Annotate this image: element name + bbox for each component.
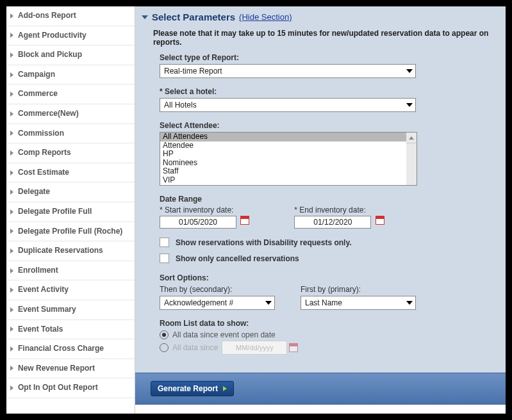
listbox-option[interactable]: Attendee	[160, 141, 417, 150]
calendar-icon[interactable]	[376, 216, 384, 225]
caret-right-icon	[10, 131, 13, 136]
hide-section-link[interactable]: (Hide Section)	[239, 12, 292, 22]
select-sort-secondary[interactable]: Acknowledgement #	[160, 296, 275, 310]
listbox-option[interactable]: HP	[160, 150, 417, 159]
sidebar-item-enrollment[interactable]: Enrollment	[6, 261, 135, 281]
caret-right-icon	[10, 111, 13, 117]
caret-right-icon	[10, 366, 13, 371]
label-end-date: * End inventory date:	[294, 206, 384, 214]
action-bar: Generate Report	[135, 373, 506, 405]
sidebar-item-label: Commerce	[18, 89, 58, 99]
input-end-date[interactable]: 01/12/2020	[294, 216, 371, 229]
chevron-down-icon	[406, 69, 413, 73]
sidebar-item-label: Agent Productivity	[18, 31, 87, 41]
scroll-up-icon[interactable]	[406, 133, 417, 143]
select-report-type[interactable]: Real-time Report	[160, 64, 416, 78]
sidebar-item-label: Event Activity	[18, 285, 69, 295]
collapse-toggle-icon[interactable]	[142, 15, 148, 19]
select-value: All Hotels	[164, 101, 197, 109]
caret-right-icon	[10, 327, 13, 332]
footer-gap	[135, 405, 506, 414]
caret-right-icon	[10, 287, 13, 293]
scrollbar[interactable]	[406, 133, 417, 185]
sidebar-item-financial-cross-charge[interactable]: Financial Cross Charge	[6, 339, 135, 359]
arrow-right-icon	[223, 386, 227, 391]
radio-all-since-open[interactable]	[160, 330, 169, 339]
label-sort-primary: First by (primary):	[301, 285, 416, 294]
field-date-range: Date Range * Start inventory date: 01/05…	[160, 195, 506, 229]
sidebar-item-delegate-profile-full-roche[interactable]: Delegate Profile Full (Roche)	[6, 222, 135, 242]
checkbox-label: Show reservations with Disability reques…	[176, 238, 352, 247]
label-date-range: Date Range	[160, 195, 506, 204]
sidebar-item-event-activity[interactable]: Event Activity	[6, 280, 135, 300]
caret-right-icon	[10, 346, 13, 351]
chevron-down-icon	[265, 301, 272, 305]
listbox-option[interactable]: All Attendees	[160, 133, 417, 141]
select-sort-primary[interactable]: Last Name	[301, 296, 416, 310]
radio-label: All data since event open date	[172, 330, 276, 339]
listbox-attendee[interactable]: All Attendees Attendee HP Nominees Staff…	[160, 132, 417, 186]
checkbox-row-disability: Show reservations with Disability reques…	[160, 238, 506, 247]
caret-right-icon	[10, 72, 13, 77]
caret-right-icon	[10, 307, 13, 312]
calendar-icon[interactable]	[240, 216, 249, 225]
sidebar-item-label: Commission	[18, 129, 64, 139]
caret-right-icon	[10, 385, 13, 391]
generate-report-button[interactable]: Generate Report	[151, 381, 234, 396]
sidebar-item-label: Delegate Profile Full (Roche)	[18, 227, 122, 237]
sidebar-item-opt-in-opt-out[interactable]: Opt In Opt Out Report	[6, 378, 135, 398]
info-note: Please note that it may take up to 15 mi…	[135, 25, 506, 53]
sidebar-item-event-summary[interactable]: Event Summary	[6, 300, 135, 320]
sidebar-item-new-revenue-report[interactable]: New Revenue Report	[6, 359, 135, 379]
calendar-icon[interactable]	[289, 343, 298, 352]
section-header: Select Parameters (Hide Section)	[135, 6, 506, 25]
sidebar-item-commission[interactable]: Commission	[6, 124, 135, 144]
sidebar-item-delegate-profile-full[interactable]: Delegate Profile Full	[6, 202, 135, 222]
caret-right-icon	[10, 248, 13, 254]
field-report-type: Select type of Report: Real-time Report	[160, 53, 506, 78]
label-attendee: Select Attendee:	[160, 121, 506, 130]
listbox-option[interactable]: Nominees	[160, 159, 417, 168]
sidebar-item-label: Opt In Opt Out Report	[18, 383, 98, 393]
sidebar-item-label: Financial Cross Charge	[18, 344, 104, 354]
chevron-down-icon	[406, 301, 413, 305]
sidebar-item-campaign[interactable]: Campaign	[6, 65, 135, 85]
sidebar-item-addons-report[interactable]: Add-ons Report	[6, 6, 135, 26]
sidebar: Add-ons Report Agent Productivity Block …	[6, 6, 135, 414]
input-start-date[interactable]: 01/05/2020	[160, 216, 236, 229]
radio-label: All data since	[172, 343, 218, 352]
sidebar-item-label: Delegate Profile Full	[18, 207, 92, 217]
input-since-date[interactable]: MM/dd/yyyy	[222, 341, 287, 355]
field-room-list-data: Room List data to show: All data since e…	[160, 319, 506, 355]
listbox-option[interactable]: Staff	[160, 167, 417, 176]
sidebar-item-block-pickup[interactable]: Block and Pickup	[6, 45, 135, 65]
field-sort-options: Sort Options: Then by (secondary): Ackno…	[160, 273, 506, 310]
sidebar-item-label: Enrollment	[18, 266, 58, 276]
sidebar-item-delegate[interactable]: Delegate	[6, 182, 135, 202]
sidebar-item-comp-reports[interactable]: Comp Reports	[6, 143, 135, 163]
sidebar-item-duplicate-reservations[interactable]: Duplicate Reservations	[6, 241, 135, 261]
checkbox-row-cancelled: Show only cancelled reservations	[160, 254, 506, 263]
sidebar-item-label: Comp Reports	[18, 148, 71, 158]
caret-right-icon	[10, 92, 13, 97]
caret-right-icon	[10, 170, 13, 175]
caret-right-icon	[10, 229, 13, 234]
sidebar-item-commerce-new[interactable]: Commerce(New)	[6, 104, 135, 124]
sidebar-item-event-totals[interactable]: Event Totals	[6, 320, 135, 340]
radio-all-since-date[interactable]	[160, 343, 169, 352]
label-report-type: Select type of Report:	[160, 53, 506, 62]
main-panel: Select Parameters (Hide Section) Please …	[135, 6, 506, 414]
listbox-option[interactable]: VIP	[160, 176, 417, 185]
checkbox-cancelled[interactable]	[160, 254, 169, 263]
label-start-date: * Start inventory date:	[160, 206, 249, 214]
sidebar-item-commerce[interactable]: Commerce	[6, 85, 135, 104]
sidebar-item-agent-productivity[interactable]: Agent Productivity	[6, 26, 135, 46]
label-sort-secondary: Then by (secondary):	[160, 285, 275, 294]
chevron-down-icon	[406, 103, 413, 107]
checkbox-disability[interactable]	[160, 238, 169, 247]
sidebar-item-cost-estimate[interactable]: Cost Estimate	[6, 163, 135, 183]
sidebar-item-label: Event Summary	[18, 305, 76, 315]
select-hotel[interactable]: All Hotels	[160, 98, 416, 112]
sidebar-item-label: Campaign	[18, 70, 55, 80]
select-value: Acknowledgement #	[164, 298, 233, 307]
